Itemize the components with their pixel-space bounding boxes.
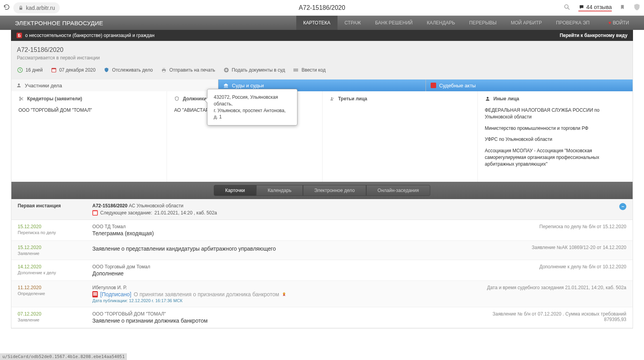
svg-point-11 [331, 98, 332, 99]
calendar-icon [51, 67, 57, 73]
collapse-button[interactable]: − [619, 203, 626, 210]
bookmark-icon[interactable] [620, 4, 625, 12]
nav-kartoteka[interactable]: КАРТОТЕКА [296, 16, 338, 30]
nav-strazh[interactable]: СТРАЖ [338, 16, 368, 30]
clock-icon [17, 67, 23, 73]
award-icon [281, 292, 287, 297]
creditor-entry[interactable]: ООО "ТОРГОВЫЙ ДОМ "ТОМАЛ" [18, 107, 160, 114]
doc-date: 14.12.2020 [18, 264, 92, 270]
case-days: 16 дней [17, 67, 43, 73]
col-other: Иные лица ФЕДЕРАЛЬНАЯ НАЛОГОВАЯ СЛУЖБА Р… [477, 91, 633, 182]
submit-docs[interactable]: Подать документы в суд [223, 67, 285, 73]
doc-date: 07.12.2020 [18, 311, 92, 317]
shield-icon[interactable] [633, 3, 641, 12]
btn-cards[interactable]: Карточки [214, 185, 256, 196]
brand[interactable]: ЭЛЕКТРОННОЕ ПРАВОСУДИЕ [15, 20, 103, 26]
btn-online[interactable]: Онлайн-заседания [366, 185, 430, 196]
participants-grid: Кредиторы (заявители) ООО "ТОРГОВЫЙ ДОМ … [11, 91, 633, 182]
people-icon [330, 96, 335, 102]
svg-rect-5 [163, 68, 165, 69]
login-link[interactable]: ♥ ВОЙТИ [608, 20, 629, 26]
next-session-label: Следующее заседание: [100, 210, 152, 216]
doc-title: Телеграмма (входящая) [92, 230, 469, 236]
svg-point-13 [486, 97, 488, 99]
instance-label: Первая инстанция [18, 203, 92, 209]
btn-calendar[interactable]: Календарь [256, 185, 303, 196]
doc-type: Переписка по делу [18, 230, 92, 235]
lock-icon [18, 5, 24, 11]
heart-icon: ♥ [608, 20, 611, 26]
other-entry-3[interactable]: Ассоциация МСОПАУ - Ассоциация "Московск… [485, 148, 626, 167]
reload-icon[interactable] [3, 4, 10, 12]
nav-pereryvy[interactable]: ПЕРЕРЫВЫ [462, 16, 504, 30]
url-text: kad.arbitr.ru [26, 5, 55, 11]
pdf-icon[interactable] [92, 291, 98, 297]
address-tooltip: 432072, Россия, Ульяновская область, г. … [207, 89, 297, 126]
bankruptcy-text: о несостоятельности (банкротстве) органи… [25, 33, 154, 38]
enter-code[interactable]: Ввести код [293, 67, 325, 73]
doc-date: 11.12.2020 [18, 285, 92, 290]
bankruptcy-badge-icon: Б [17, 33, 22, 38]
doc-date: 15.12.2020 [18, 224, 92, 229]
doc-row[interactable]: 15.12.2020Переписка по делуООО ТД Томал … [11, 220, 633, 241]
doc-row[interactable]: 14.12.2020Дополнение к делуООО Торговый … [11, 260, 633, 281]
shield-small-icon [174, 96, 180, 102]
doc-pubdate: Дата публикации: 12.12.2020 г. 16:17:36 … [92, 298, 469, 303]
doc-title: Дополнение [92, 270, 469, 277]
pdf-icon [431, 83, 436, 88]
print-case[interactable]: Отправить на печать [161, 67, 215, 73]
doc-meta: Переписка по делу № б/н от 15.12.2020 [469, 224, 626, 229]
svg-rect-6 [163, 70, 165, 72]
nav-calendar[interactable]: КАЛЕНДАРЬ [420, 16, 462, 30]
secondary-toggle: Карточки Календарь Электронное дело Онла… [11, 182, 633, 199]
doc-row[interactable]: 07.12.2020ЗаявлениеООО "ТОРГОВЫЙ ДОМ "ТО… [11, 307, 633, 328]
doc-meta: Заявление № б/н от 07.12.2020 . Сумма ис… [469, 311, 626, 322]
barcode-icon [293, 67, 299, 73]
chat-icon [578, 4, 585, 10]
search-icon[interactable] [563, 4, 571, 12]
shield-watch-icon [103, 67, 110, 73]
doc-author: ООО Торговый дом Томал [92, 264, 469, 270]
doc-meta: Заявление №АК 10869/12-20 от 14.12.2020 [469, 245, 626, 250]
doc-title: Заявление о признании должника банкротом [92, 318, 469, 324]
next-session-value: 21.01.2021, 14:20 , каб. 502а [154, 210, 217, 216]
doc-type: Заявление [18, 318, 92, 322]
case-number: А72-15186/2020 [17, 46, 627, 54]
watch-case[interactable]: Отслеживать дело [103, 67, 153, 73]
tab-acts[interactable]: Судебные акты [426, 79, 633, 91]
doc-row[interactable]: 15.12.2020Заявление Заявление о представ… [11, 241, 633, 260]
nav-moy-arbitr[interactable]: МОЙ АРБИТР [504, 16, 549, 30]
nav-proverka[interactable]: ПРОВЕРКА ЭП [549, 16, 596, 30]
instance-row: Первая инстанция А72-15186/2020 АС Ульян… [11, 199, 633, 220]
col-third: Третьи лица [322, 91, 477, 182]
top-nav: ЭЛЕКТРОННОЕ ПРАВОСУДИЕ КАРТОТЕКА СТРАЖ Б… [0, 16, 644, 30]
btn-edelo[interactable]: Электронное дело [303, 185, 366, 196]
reviews-badge[interactable]: 44 отзыва [578, 4, 612, 11]
page-title: А72-15186/2020 [299, 4, 345, 11]
doc-author: Ибетуллов И. Р. [92, 285, 469, 290]
svg-point-8 [18, 83, 20, 85]
browser-bar: kad.arbitr.ru А72-15186/2020 44 отзыва [0, 0, 644, 16]
signed-label: [Подписано] [100, 291, 131, 297]
bankruptcy-bar: Б о несостоятельности (банкротстве) орга… [11, 30, 633, 41]
doc-row[interactable]: 11.12.2020ОпределениеИбетуллов И. Р.[Под… [11, 281, 633, 307]
segment-tabs: Участники дела Суды и судьи Судебные акт… [11, 79, 633, 91]
svg-point-0 [565, 5, 568, 8]
other-entry-2[interactable]: УФРС по Ульяновской области [485, 136, 626, 143]
person-dark-icon [485, 96, 490, 102]
doc-date: 15.12.2020 [18, 245, 92, 250]
doc-title: [Подписано] О принятии заявления о призн… [92, 291, 469, 297]
doc-title: Заявление о представлении кандидатуры ар… [92, 246, 469, 252]
top-menu: КАРТОТЕКА СТРАЖ БАНК РЕШЕНИЙ КАЛЕНДАРЬ П… [296, 16, 596, 30]
plus-circle-icon [223, 67, 229, 73]
tab-participants[interactable]: Участники дела [11, 79, 218, 91]
case-status: Рассматривается в первой инстанции [17, 55, 627, 61]
svg-point-12 [332, 98, 334, 99]
nav-bank[interactable]: БАНК РЕШЕНИЙ [368, 16, 420, 30]
doc-meta: Дата и время судебного заседания 21.01.2… [469, 285, 626, 290]
other-entry-1[interactable]: Министерство промышленности и торговли Р… [485, 125, 626, 132]
other-entry-0[interactable]: ФЕДЕРАЛЬНАЯ НАЛОГОВАЯ СЛУЖБА РОССИИ по У… [485, 107, 626, 120]
bankruptcy-switch-link[interactable]: Перейти к банкротному виду [560, 33, 627, 38]
url-box[interactable]: kad.arbitr.ru [13, 2, 60, 13]
instance-case-no: А72-15186/2020 [92, 203, 127, 209]
